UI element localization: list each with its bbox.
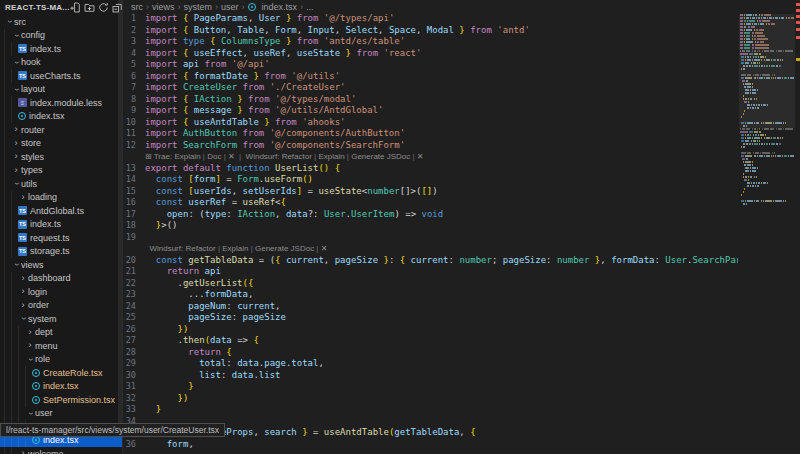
codelens-row[interactable]: Windsurf: Refactor | Explain | Generate …	[123, 243, 738, 255]
tree-item-index.ts[interactable]: TSindex.ts	[0, 42, 122, 56]
code-line[interactable]: 28 return {	[123, 347, 738, 359]
code-line[interactable]: 14 const [form] = Form.useForm()	[123, 174, 738, 186]
code-line[interactable]: 9import { message } from '@/utils/AntdGl…	[123, 105, 738, 117]
code-line[interactable]: 1import { PageParams, User } from '@/typ…	[123, 13, 738, 25]
tree-item-layout[interactable]: ›layout	[0, 83, 122, 97]
codelens-action[interactable]: Refactor	[185, 244, 215, 253]
code-line[interactable]: 2import { Button, Table, Form, Input, Se…	[123, 25, 738, 37]
tree-item-index.tsx[interactable]: index.tsx	[0, 110, 122, 124]
tree-item-views[interactable]: ›views	[0, 258, 122, 272]
tree-item-styles[interactable]: ›styles	[0, 150, 122, 164]
tree-item-menu[interactable]: ›menu	[0, 339, 122, 353]
codelens-action[interactable]: Explain	[318, 152, 344, 161]
code-line[interactable]: 33 }	[123, 404, 738, 416]
breadcrumb-item[interactable]: src	[131, 2, 143, 12]
code-line[interactable]: 8import { IAction } from '@/types/modal'	[123, 94, 738, 106]
tree-item-config[interactable]: ›config	[0, 29, 122, 43]
breadcrumb-item[interactable]: user	[221, 2, 239, 12]
tree-item-antdglobal.ts[interactable]: TSAntdGlobal.ts	[0, 204, 122, 218]
tree-item-storage.ts[interactable]: TSstorage.ts	[0, 245, 122, 259]
tree-item-setpermission.tsx[interactable]: SetPermission.tsx	[0, 393, 122, 407]
token: ,	[248, 289, 253, 299]
code-line[interactable]: 29 total: data.page.total,	[123, 358, 738, 370]
explorer-scrollbar[interactable]	[118, 0, 122, 431]
breadcrumb-item[interactable]: system	[184, 2, 213, 12]
tree-item-types[interactable]: ›types	[0, 164, 122, 178]
code-line[interactable]: 31 }	[123, 381, 738, 393]
tree-item-store[interactable]: ›store	[0, 137, 122, 151]
code-line[interactable]: 24 pageNum: current,	[123, 301, 738, 313]
codelens-action[interactable]: Generate JSDoc	[351, 152, 410, 161]
breadcrumb-item[interactable]: views	[152, 2, 175, 12]
codelens-row[interactable]: ⊞ Trae: Explain | Doc | ✕ | Windsurf: Re…	[123, 151, 738, 163]
code-line[interactable]: 27 .then(data => {	[123, 335, 738, 347]
code-line[interactable]: 6import { formatDate } from '@/utils'	[123, 71, 738, 83]
code-line[interactable]: 23 ...formData,	[123, 289, 738, 301]
code-line[interactable]: 4import { useEffect, useRef, useState } …	[123, 48, 738, 60]
tree-item-order[interactable]: ›order	[0, 299, 122, 313]
code-line[interactable]: 11import AuthButton from '@/components/A…	[123, 128, 738, 140]
code-line[interactable]: 20 const getTableData = ({ current, page…	[123, 255, 738, 267]
tree-item-createrole.tsx[interactable]: CreateRole.tsx	[0, 366, 122, 380]
code-line[interactable]: 15 const [userIds, setUserIds] = useStat…	[123, 186, 738, 198]
minimap-token	[752, 35, 753, 37]
file-label: SetPermission.tsx	[43, 395, 115, 405]
code-line[interactable]: 36 form,	[123, 439, 738, 451]
dismiss-icon[interactable]: ✕	[417, 152, 424, 161]
indent-guide	[25, 380, 32, 394]
code-line[interactable]: 18 }>()	[123, 220, 738, 232]
code-line[interactable]: 10import { useAntdTable } from 'ahooks'	[123, 117, 738, 129]
tree-item-index.tsx[interactable]: index.tsx	[0, 380, 122, 394]
minimap-token	[750, 167, 751, 169]
codelens-action[interactable]: Explain	[174, 152, 200, 161]
tree-item-dept[interactable]: ›dept	[0, 326, 122, 340]
tree-item-utils[interactable]: ›utils	[0, 177, 122, 191]
tree-item-welcome[interactable]: ›welcome	[0, 447, 122, 454]
code-line[interactable]: 22 .getUserList({	[123, 278, 738, 290]
tree-item-index.ts[interactable]: TSindex.ts	[0, 218, 122, 232]
minimap-token	[745, 83, 751, 85]
dismiss-icon[interactable]: ✕	[321, 244, 328, 253]
code-area[interactable]: 1import { PageParams, User } from '@/typ…	[123, 13, 738, 454]
code-line[interactable]: 21 return api	[123, 266, 738, 278]
minimap[interactable]	[739, 14, 795, 454]
refresh-button[interactable]	[98, 2, 110, 14]
minimap-token	[770, 128, 774, 130]
minimap-token	[759, 50, 760, 52]
codelens-action[interactable]: Generate JSDoc	[255, 244, 314, 253]
new-file-button[interactable]	[70, 2, 82, 14]
tree-item-router[interactable]: ›router	[0, 123, 122, 137]
code-line[interactable]: 13export default function UserList() {	[123, 163, 738, 175]
code-line[interactable]: 26 })	[123, 324, 738, 336]
codelens-action[interactable]: Explain	[222, 244, 248, 253]
tree-item-loading[interactable]: ›loading	[0, 191, 122, 205]
tree-item-login[interactable]: ›login	[0, 285, 122, 299]
code-line[interactable]: 30 list: data.list	[123, 370, 738, 382]
code-line[interactable]: 19	[123, 232, 738, 244]
tree-item-request.ts[interactable]: TSrequest.ts	[0, 231, 122, 245]
tree-item-user[interactable]: ›user	[0, 407, 122, 421]
codelens-action[interactable]: Doc	[207, 152, 221, 161]
code-line[interactable]: 7import CreateUser from './CreateUser'	[123, 82, 738, 94]
tree-item-system[interactable]: ›system	[0, 312, 122, 326]
tree-item-usecharts.ts[interactable]: TSuseCharts.ts	[0, 69, 122, 83]
breadcrumb-item[interactable]: index.tsx	[262, 2, 298, 12]
tree-item-hook[interactable]: ›hook	[0, 56, 122, 70]
new-folder-button[interactable]	[84, 2, 96, 14]
token: from	[291, 36, 324, 46]
code-line[interactable]: 5import api from '@/api'	[123, 59, 738, 71]
code-line[interactable]: 17 open: (type: IAction, data?: User.Use…	[123, 209, 738, 221]
code-line[interactable]: 12import SearchForm from '@/components/S…	[123, 140, 738, 152]
minimap-token	[783, 122, 784, 124]
codelens-action[interactable]: Refactor	[282, 152, 312, 161]
code-line[interactable]: 3import type { ColumnsType } from 'antd/…	[123, 36, 738, 48]
tree-item-index.module.less[interactable]: ≡index.module.less	[0, 96, 122, 110]
tree-item-role[interactable]: ›role	[0, 353, 122, 367]
tree-item-dashboard[interactable]: ›dashboard	[0, 272, 122, 286]
breadcrumb-item[interactable]: ...	[306, 2, 314, 12]
code-line[interactable]: 25 pageSize: pageSize	[123, 312, 738, 324]
dismiss-icon[interactable]: ✕	[228, 152, 235, 161]
tree-item-src[interactable]: ›src	[0, 15, 122, 29]
code-line[interactable]: 16 const userRef = useRef<{	[123, 197, 738, 209]
code-line[interactable]: 32 })	[123, 393, 738, 405]
